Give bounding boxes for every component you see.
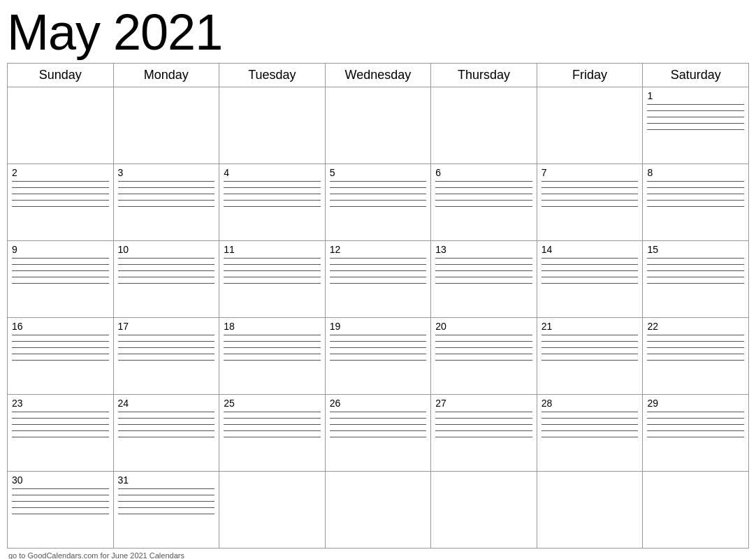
writing-line [330,354,427,354]
writing-line [224,264,321,265]
day-header-thursday: Thursday [431,64,537,87]
writing-line [118,187,215,188]
day-number-11: 11 [224,244,321,255]
writing-line [12,187,109,188]
lines-container-day-14 [541,258,639,284]
empty-cell [113,87,219,164]
calendar-day-8: 8 [643,164,749,241]
writing-line [330,347,427,348]
writing-line [12,412,109,412]
day-number-21: 21 [541,321,639,332]
day-number-8: 8 [647,167,744,178]
calendar-day-21: 21 [537,318,643,395]
day-number-23: 23 [12,398,109,409]
writing-line [435,437,532,437]
writing-line [118,430,215,431]
writing-line [12,360,109,361]
writing-line [224,206,321,207]
days-header-row: SundayMondayTuesdayWednesdayThursdayFrid… [8,64,749,87]
lines-container-day-18 [224,335,321,361]
writing-line [435,424,532,425]
lines-container-day-1 [647,104,744,130]
day-header-wednesday: Wednesday [325,64,431,87]
day-number-4: 4 [224,167,321,178]
lines-container-day-12 [330,258,427,284]
calendar-day-4: 4 [219,164,326,241]
writing-line [541,437,639,437]
writing-line [224,194,321,194]
writing-line [435,194,532,194]
writing-line [435,277,532,277]
calendar-week-1: 1 [8,87,749,164]
writing-line [12,501,109,502]
writing-line [224,283,321,284]
writing-line [647,104,744,105]
lines-container-day-2 [12,181,109,207]
day-number-2: 2 [12,167,109,178]
writing-line [224,412,321,412]
writing-line [224,187,321,188]
empty-cell [219,87,326,164]
writing-line [224,437,321,437]
calendar-day-11: 11 [219,241,326,318]
day-number-3: 3 [118,167,215,178]
lines-container-day-3 [118,181,215,207]
writing-line [12,347,109,348]
writing-line [224,335,321,335]
empty-cell [431,87,537,164]
writing-line [118,181,215,182]
writing-line [224,418,321,419]
writing-line [118,412,215,412]
writing-line [435,335,532,335]
lines-container-day-29 [647,412,744,437]
calendar-day-17: 17 [113,318,219,395]
writing-line [118,488,215,489]
lines-container-day-5 [330,181,427,207]
calendar-week-5: 23242526272829 [8,395,749,472]
calendar-day-14: 14 [537,241,643,318]
writing-line [435,187,532,188]
writing-line [541,360,639,361]
day-header-sunday: Sunday [8,64,114,87]
writing-line [12,277,109,277]
calendar-day-10: 10 [113,241,219,318]
writing-line [435,283,532,284]
calendar-day-30: 30 [8,472,114,549]
calendar-day-15: 15 [643,241,749,318]
writing-line [435,200,532,201]
writing-line [541,341,639,342]
lines-container-day-6 [435,181,532,207]
writing-line [435,360,532,361]
writing-line [330,341,427,342]
writing-line [12,341,109,342]
day-number-1: 1 [647,90,744,101]
writing-line [435,264,532,265]
writing-line [118,507,215,508]
writing-line [12,437,109,437]
calendar-day-3: 3 [113,164,219,241]
empty-cell [643,472,749,549]
writing-line [330,200,427,201]
writing-line [118,495,215,495]
writing-line [330,412,427,412]
writing-line [12,514,109,514]
writing-line [118,200,215,201]
lines-container-day-17 [118,335,215,361]
calendar-day-25: 25 [219,395,326,472]
writing-line [647,335,744,335]
writing-line [330,181,427,182]
empty-cell [8,87,114,164]
writing-line [118,270,215,271]
writing-line [12,335,109,335]
lines-container-day-13 [435,258,532,284]
day-number-19: 19 [330,321,427,332]
writing-line [12,418,109,419]
calendar-day-1: 1 [643,87,749,164]
writing-line [12,283,109,284]
calendar-week-3: 9101112131415 [8,241,749,318]
calendar-day-26: 26 [325,395,431,472]
writing-line [647,418,744,419]
writing-line [647,424,744,425]
writing-line [647,277,744,277]
lines-container-day-16 [12,335,109,361]
